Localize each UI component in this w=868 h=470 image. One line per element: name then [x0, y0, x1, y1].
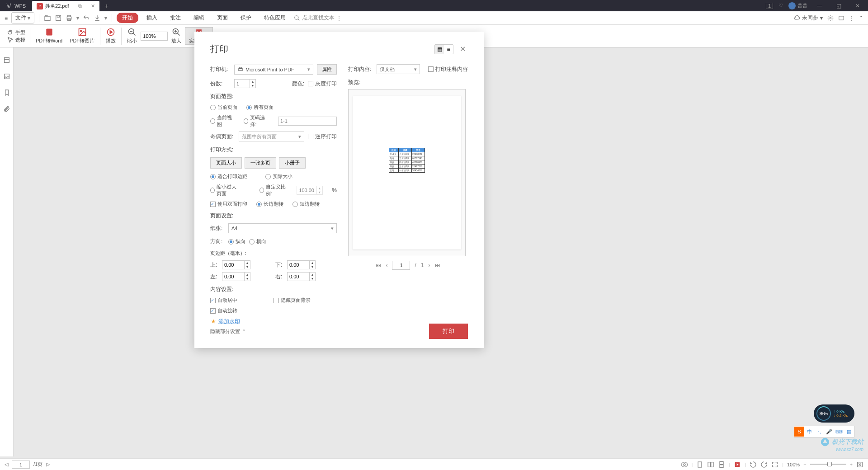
tab-featured[interactable]: 特色应用 [259, 12, 290, 24]
skin-icon[interactable] [838, 15, 844, 21]
auto-center-checkbox[interactable]: 自动居中 [210, 297, 237, 304]
ime-toolbar[interactable]: S 中 °, 🎤 ⌨ ▦ [794, 426, 854, 437]
print-icon[interactable] [66, 14, 73, 22]
image-panel-icon[interactable] [3, 73, 10, 80]
printer-select[interactable]: Microsoft Print to PDF [234, 65, 313, 75]
performance-widget[interactable]: 86% ↑ 0 K/s ↓ 0.2 K/s [814, 404, 854, 423]
bookmark-icon[interactable] [3, 89, 10, 96]
tab-comment[interactable]: 批注 [165, 12, 185, 24]
collapse-ribbon-icon[interactable]: ⌃ [859, 15, 863, 21]
doc-view-icon[interactable] [696, 461, 703, 468]
next-page-icon[interactable]: › [429, 262, 430, 268]
attachment-icon[interactable] [3, 105, 10, 113]
margin-top-spinner[interactable]: ▴▾ [245, 260, 250, 269]
undo-icon[interactable] [83, 14, 90, 22]
export-dropdown-icon[interactable]: ▾ [104, 15, 107, 21]
ime-keyboard-icon[interactable]: ⌨ [834, 427, 844, 437]
restore-button[interactable]: ◱ [832, 0, 845, 11]
grid-view-icon[interactable]: ▦ [435, 45, 444, 54]
prev-page-icon[interactable]: ‹ [386, 262, 387, 268]
zoom-in-status-icon[interactable]: + [850, 462, 853, 467]
zoom-input[interactable] [141, 32, 168, 41]
portrait-radio[interactable]: 纵向 [228, 238, 245, 245]
file-menu[interactable]: 文件 ▾ [11, 12, 34, 24]
auto-rotate-checkbox[interactable]: 自动旋转 [210, 307, 237, 314]
zoom-out-status-icon[interactable]: − [803, 462, 806, 467]
continuous-icon[interactable] [718, 461, 725, 468]
current-view-radio[interactable]: 当前视图 [210, 114, 235, 128]
all-pages-radio[interactable]: 所有页面 [246, 104, 274, 111]
menu-hamburger-icon[interactable]: ≡ [5, 15, 8, 21]
margin-right-input[interactable] [287, 272, 310, 281]
heart-icon[interactable]: ♡ [778, 3, 783, 9]
print-annotations-checkbox[interactable]: 打印注释内容 [428, 66, 468, 73]
ime-lang[interactable]: 中 [804, 427, 814, 437]
view-toggle[interactable]: ▦ ≡ [434, 44, 453, 54]
eye-icon[interactable] [681, 461, 688, 468]
ime-voice-icon[interactable]: 🎤 [824, 427, 834, 437]
ime-punctuation-icon[interactable]: °, [814, 427, 824, 437]
user-avatar[interactable]: 普普 [788, 2, 807, 9]
tab-pin-icon[interactable]: ⧉ [78, 3, 82, 9]
margin-bottom-spinner[interactable]: ▴▾ [310, 260, 316, 269]
odd-even-select[interactable]: 范围中所有页面 [239, 132, 304, 141]
paper-select[interactable]: A4 [228, 223, 337, 233]
landscape-radio[interactable]: 横向 [249, 238, 266, 245]
document-tab[interactable]: P 姓名22.pdf ⧉ ✕ [32, 1, 99, 11]
long-edge-radio[interactable]: 长边翻转 [256, 201, 283, 207]
actual-size-radio[interactable]: 实际大小 [265, 173, 292, 180]
close-button[interactable]: ✕ [851, 0, 864, 11]
multi-page-tab[interactable]: 一张多页 [245, 157, 276, 169]
settings-icon[interactable] [827, 15, 834, 21]
export-icon[interactable] [94, 14, 101, 22]
copies-spinner[interactable]: ▴▾ [250, 79, 256, 88]
fit-icon[interactable] [856, 461, 863, 468]
scale-spinner[interactable]: ▴▾ [317, 186, 323, 195]
current-page-radio[interactable]: 当前页面 [210, 104, 237, 111]
tab-protect[interactable]: 保护 [236, 12, 256, 24]
next-page-status-icon[interactable]: ▷ [46, 461, 50, 467]
print-dropdown-icon[interactable]: ▾ [76, 15, 79, 21]
hide-settings-toggle[interactable]: 隐藏部分设置 ⌃ [210, 328, 246, 335]
status-page-input[interactable] [12, 461, 30, 469]
short-edge-radio[interactable]: 短边翻转 [292, 201, 320, 207]
open-icon[interactable] [44, 14, 51, 22]
fullscreen-icon[interactable] [771, 461, 778, 468]
window-badge[interactable]: 1 [766, 3, 773, 9]
search-box[interactable]: 点此查找文本 ⋮ [294, 14, 342, 22]
page-select-radio[interactable]: 页码选择: [244, 114, 269, 128]
custom-scale-input[interactable] [297, 186, 317, 195]
custom-scale-radio[interactable]: 自定义比例: [259, 183, 288, 197]
page-select-input[interactable] [278, 117, 337, 126]
pdf-to-word-button[interactable]: PDF转Word [32, 28, 66, 44]
ime-apps-icon[interactable]: ▦ [844, 427, 854, 437]
margin-bottom-input[interactable] [287, 260, 310, 269]
copies-input[interactable] [234, 79, 250, 88]
zoom-in-button[interactable]: 放大 [168, 28, 185, 44]
new-tab-button[interactable]: + [99, 2, 114, 9]
tab-close-icon[interactable]: ✕ [91, 3, 95, 9]
page-size-tab[interactable]: 页面大小 [210, 157, 242, 169]
margin-left-input[interactable] [222, 272, 245, 281]
zoom-out-button[interactable]: 缩小 [123, 28, 141, 44]
record-icon[interactable] [734, 461, 741, 468]
rotate-right-icon[interactable] [760, 461, 768, 468]
thumbnails-icon[interactable] [3, 56, 10, 64]
more-icon[interactable]: ⋮ [849, 15, 854, 21]
fit-margins-radio[interactable]: 适合打印边距 [210, 173, 247, 180]
two-page-icon[interactable] [707, 461, 714, 468]
margin-right-spinner[interactable]: ▴▾ [310, 272, 316, 281]
list-view-icon[interactable]: ≡ [444, 45, 453, 54]
ime-sogou-icon[interactable]: S [794, 427, 804, 437]
select-tool[interactable]: 选择 [7, 37, 25, 43]
save-icon[interactable] [55, 14, 62, 22]
print-button[interactable]: 打印 [429, 324, 468, 339]
prev-page-status-icon[interactable]: ◁ [5, 461, 8, 467]
tab-insert[interactable]: 插入 [142, 12, 162, 24]
hide-bg-checkbox[interactable]: 隐藏页面背景 [274, 297, 311, 304]
first-page-icon[interactable]: ⏮ [376, 262, 381, 268]
play-button[interactable]: 播放 [102, 28, 119, 44]
sync-status[interactable]: 未同步 ▾ [794, 14, 823, 22]
duplex-checkbox[interactable]: 使用双面打印 [210, 201, 247, 207]
properties-button[interactable]: 属性 [317, 64, 337, 75]
